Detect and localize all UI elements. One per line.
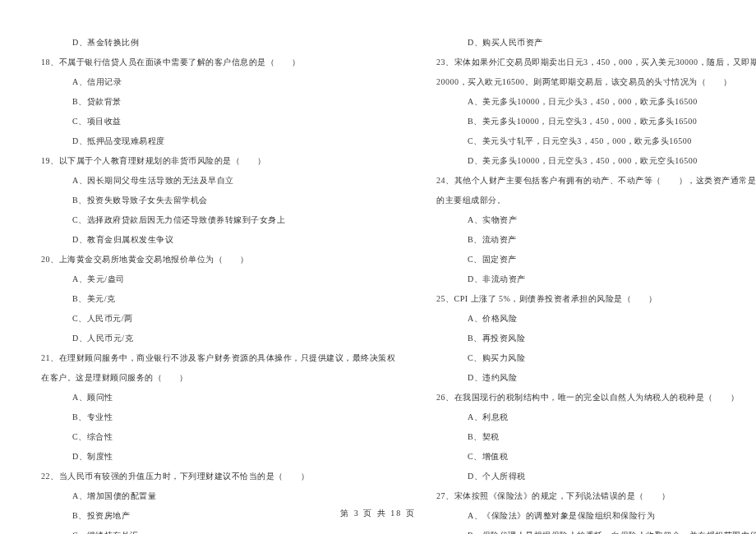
question-text: 24、其他个人财产主要包括客户有拥有的动产、不动产等（ ），这类资产通常是客户资… — [436, 171, 756, 191]
answer-option: C、继续持有外汇 — [41, 526, 395, 534]
answer-option: D、美元多头10000，日元空头3，450，000，欧元空头16500 — [436, 151, 756, 171]
answer-option: A、实物资产 — [436, 210, 756, 230]
question-text: 21、在理财顾问服务中，商业银行不涉及客户财务资源的具体操作，只提供建议，最终决… — [41, 348, 395, 368]
answer-option: B、保险代理人是根据保险人的委托，向保险人收取佣金，并在授权范围内代为办理保险业 — [436, 526, 756, 534]
answer-option: D、购买人民币资产 — [436, 33, 756, 53]
answer-option: A、信用记录 — [41, 72, 395, 92]
continuation-text: 在客户。这是理财顾问服务的（ ） — [41, 368, 395, 388]
answer-option: C、人民币元/两 — [41, 309, 395, 329]
continuation-text: 20000，买入欧元16500。则两笔即期交易后，该交易员的头寸情况为（ ） — [436, 72, 756, 92]
question-text: 25、CPI 上涨了 5%，则债券投资者承担的风险是（ ） — [436, 289, 756, 309]
answer-option: A、价格风险 — [436, 309, 756, 329]
question-text: 27、宋体按照《保险法》的规定，下列说法错误的是（ ） — [436, 486, 756, 506]
answer-option: A、因长期同父母生活导致的无法及早自立 — [41, 171, 395, 191]
answer-option: C、项目收益 — [41, 112, 395, 131]
answer-option: C、增值税 — [436, 447, 756, 467]
page-footer: 第 3 页 共 18 页 — [0, 508, 756, 519]
answer-option: A、增加国债的配置量 — [41, 486, 395, 506]
right-column: D、购买人民币资产23、宋体如果外汇交易员即期卖出日元3，450，000，买入美… — [416, 33, 756, 485]
answer-option: A、美元多头10000，日元少头3，450，000，欧元多头16500 — [436, 92, 756, 112]
answer-option: B、美元/克 — [41, 289, 395, 309]
question-text: 23、宋体如果外汇交易员即期卖出日元3，450，000，买入美元30000，随后… — [436, 53, 756, 72]
answer-option: C、购买力风险 — [436, 348, 756, 368]
answer-option: D、违约风险 — [436, 368, 756, 388]
left-column: D、基金转换比例18、不属于银行信贷人员在面谈中需要了解的客户信息的是（ ）A、… — [33, 33, 416, 485]
answer-option: C、固定资产 — [436, 250, 756, 269]
answer-option: B、贷款背景 — [41, 92, 395, 112]
answer-option: B、流动资产 — [436, 230, 756, 250]
answer-option: B、再投资风险 — [436, 329, 756, 348]
answer-option: D、基金转换比例 — [41, 33, 395, 53]
answer-option: A、顾问性 — [41, 388, 395, 407]
document-page: D、基金转换比例18、不属于银行信贷人员在面谈中需要了解的客户信息的是（ ）A、… — [0, 0, 756, 509]
question-text: 26、在我国现行的税制结构中，唯一的完全以自然人为纳税人的税种是（ ） — [436, 388, 756, 407]
answer-option: B、专业性 — [41, 407, 395, 427]
answer-option: C、选择政府贷款后因无力偿还导致债券转嫁到子女身上 — [41, 210, 395, 230]
answer-option: B、投资失败导致子女失去留学机会 — [41, 191, 395, 210]
continuation-text: 的主要组成部分。 — [436, 191, 756, 210]
answer-option: D、非流动资产 — [436, 269, 756, 289]
answer-option: C、综合性 — [41, 427, 395, 447]
answer-option: D、制度性 — [41, 447, 395, 467]
answer-option: D、个人所得税 — [436, 467, 756, 486]
answer-option: D、教育金归属权发生争议 — [41, 230, 395, 250]
answer-option: D、人民币元/克 — [41, 329, 395, 348]
question-text: 18、不属于银行信贷人员在面谈中需要了解的客户信息的是（ ） — [41, 53, 395, 72]
answer-option: D、抵押品变现难易程度 — [41, 131, 395, 151]
answer-option: C、美元头寸轧平，日元空头3，450，000，欧元多头16500 — [436, 131, 756, 151]
question-text: 19、以下属于个人教育理财规划的非货币风险的是（ ） — [41, 151, 395, 171]
question-text: 20、上海黄金交易所地黄金交易地报价单位为（ ） — [41, 250, 395, 269]
answer-option: A、美元/盎司 — [41, 269, 395, 289]
answer-option: B、契税 — [436, 427, 756, 447]
answer-option: A、利息税 — [436, 407, 756, 427]
question-text: 22、当人民币有较强的升值压力时，下列理财建议不恰当的是（ ） — [41, 467, 395, 486]
answer-option: B、美元多头10000，日元空头3，450，000，欧元多头16500 — [436, 112, 756, 131]
